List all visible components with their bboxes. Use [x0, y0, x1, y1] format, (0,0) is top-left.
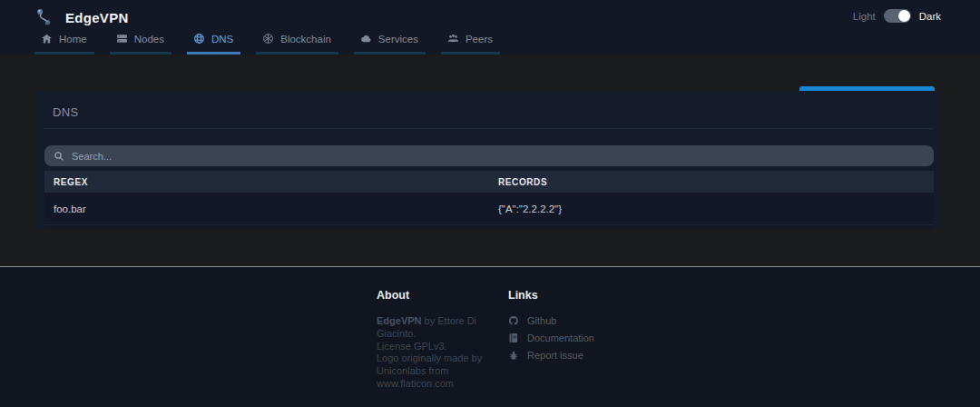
footer: About EdgeVPN by Ettore Di Giacinto. Lic…	[0, 266, 980, 407]
link-label: Documentation	[527, 333, 594, 343]
theme-light-label: Light	[853, 11, 876, 22]
panel-divider	[44, 128, 934, 129]
github-icon	[508, 315, 519, 326]
main-nav: Home Nodes DNS Blockchain Services	[34, 26, 515, 55]
nav-label: Home	[59, 34, 87, 45]
search-bar	[44, 145, 934, 166]
links-heading: Links	[508, 289, 594, 302]
nav-item-nodes[interactable]: Nodes	[110, 26, 172, 55]
table-header: REGEX RECORDS	[44, 171, 934, 193]
toggle-knob	[898, 10, 910, 22]
footer-about: About EdgeVPN by Ettore Di Giacinto. Lic…	[377, 289, 493, 391]
nav-label: Peers	[466, 34, 493, 45]
nav-label: Services	[378, 34, 418, 45]
nav-item-home[interactable]: Home	[34, 26, 94, 55]
about-text: EdgeVPN by Ettore Di Giacinto. License G…	[377, 315, 493, 391]
globe-icon	[193, 33, 205, 45]
about-license: License GPLv3.	[377, 341, 447, 352]
cell-regex: foo.bar	[44, 204, 498, 214]
link-label: Github	[527, 315, 556, 326]
dns-panel: DNS REGEX RECORDS foo.bar {"A":"2.2.2.2"…	[36, 91, 942, 229]
search-icon	[54, 151, 64, 162]
cloud-icon	[360, 33, 372, 45]
main-content: DNS Documentation DNS REGEX RECORDS foo.…	[0, 55, 980, 266]
theme-toggle-group: Light Dark	[853, 9, 941, 23]
app-title: EdgeVPN	[65, 10, 129, 25]
nav-item-blockchain[interactable]: Blockchain	[256, 26, 338, 55]
cell-records: {"A":"2.2.2.2"}	[498, 204, 562, 214]
column-header-regex: REGEX	[44, 177, 498, 187]
theme-toggle[interactable]	[884, 9, 911, 23]
brand: EdgeVPN	[34, 7, 129, 28]
nav-item-peers[interactable]: Peers	[441, 26, 500, 55]
table-row: foo.bar {"A":"2.2.2.2"}	[44, 193, 934, 225]
bug-icon	[508, 350, 519, 361]
nav-label: Blockchain	[280, 34, 331, 45]
link-report-issue[interactable]: Report issue	[508, 350, 594, 361]
column-header-records: RECORDS	[498, 177, 547, 187]
nodes-icon	[116, 33, 128, 45]
nav-label: Nodes	[134, 34, 164, 45]
app-header: EdgeVPN Light Dark Home Nodes DNS	[0, 0, 980, 55]
footer-links: Links Github Documentation Report issue	[508, 289, 594, 367]
about-heading: About	[377, 289, 493, 302]
search-input[interactable]	[72, 151, 925, 162]
table-body: foo.bar {"A":"2.2.2.2"}	[44, 193, 934, 229]
nav-item-dns[interactable]: DNS	[187, 26, 240, 55]
users-icon	[447, 33, 459, 45]
nav-label: DNS	[211, 34, 233, 45]
blockchain-icon	[262, 33, 274, 45]
link-github[interactable]: Github	[508, 315, 594, 326]
about-project-name: EdgeVPN	[377, 315, 422, 326]
theme-dark-label: Dark	[919, 11, 941, 22]
home-icon	[41, 33, 53, 45]
link-documentation[interactable]: Documentation	[508, 333, 594, 343]
edgevpn-logo-icon	[34, 7, 57, 28]
book-icon	[508, 333, 519, 343]
panel-title: DNS	[53, 105, 79, 119]
about-logo-credit: Logo originally made by Uniconlabs from …	[377, 352, 482, 389]
nav-item-services[interactable]: Services	[354, 26, 426, 55]
link-label: Report issue	[527, 350, 583, 361]
